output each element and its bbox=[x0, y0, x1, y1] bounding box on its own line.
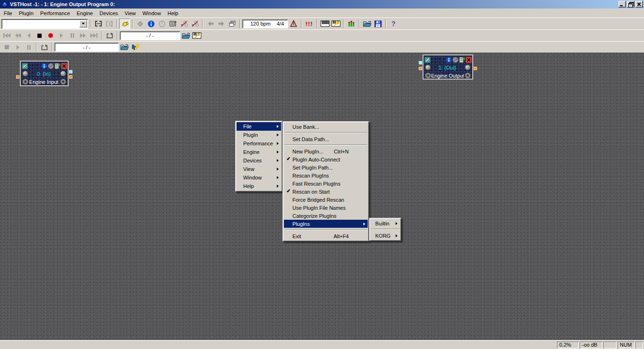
minimize-button[interactable] bbox=[618, 1, 626, 8]
loop-button[interactable] bbox=[104, 30, 115, 41]
menu-item-force-bridged-rescan[interactable]: Force Bridged Rescan bbox=[284, 196, 368, 204]
audio-setup-button[interactable] bbox=[130, 42, 141, 53]
speaker-knob[interactable] bbox=[60, 79, 66, 85]
wave-pause-button[interactable] bbox=[23, 42, 34, 53]
gauge-icon[interactable] bbox=[452, 57, 459, 63]
output-gain-knob[interactable] bbox=[60, 71, 66, 77]
save-file-button[interactable] bbox=[372, 18, 383, 29]
open-wave-file-button[interactable] bbox=[119, 42, 130, 53]
menu-item-use-plugin-file-names[interactable]: Use PlugIn File Names bbox=[284, 204, 368, 212]
context-item-performance[interactable]: Performance bbox=[237, 139, 281, 148]
menu-item-set-data-path[interactable]: Set Data Path... bbox=[284, 135, 368, 143]
list-insert-icon[interactable] bbox=[54, 63, 61, 69]
plugin-engine-input[interactable]: 0: {In} Engine Input bbox=[20, 61, 69, 86]
wave-play-button[interactable] bbox=[12, 42, 23, 53]
input-pin-orange[interactable] bbox=[16, 75, 19, 79]
input-gain-knob[interactable] bbox=[22, 71, 28, 77]
midi-setup-button[interactable] bbox=[191, 30, 202, 41]
speaker-knob[interactable] bbox=[22, 79, 28, 85]
chain-remove-button[interactable] bbox=[104, 18, 115, 29]
menu-item-builtin[interactable]: Builtin bbox=[371, 219, 400, 227]
wave-position-field[interactable]: - / - bbox=[54, 43, 119, 52]
menu-item-set-plugin-path[interactable]: Set PlugIn Path... bbox=[284, 163, 368, 171]
close-icon[interactable] bbox=[61, 63, 67, 69]
level-meter-button[interactable] bbox=[346, 18, 357, 29]
unplug-button[interactable] bbox=[178, 18, 189, 29]
context-item-devices[interactable]: Devices bbox=[237, 156, 281, 165]
chain-icon[interactable] bbox=[424, 57, 431, 63]
play-button[interactable] bbox=[56, 30, 67, 41]
speaker-knob[interactable] bbox=[465, 72, 471, 79]
info-icon[interactable] bbox=[41, 63, 47, 69]
chain-insert-button[interactable] bbox=[93, 18, 104, 29]
tempo-field[interactable]: 120 bpm 4/4 bbox=[242, 19, 288, 28]
context-item-file[interactable]: File bbox=[237, 122, 281, 131]
menu-item-use-bank[interactable]: Use Bank... bbox=[284, 123, 368, 131]
context-item-window[interactable]: Window bbox=[237, 173, 281, 182]
context-item-view[interactable]: View bbox=[237, 165, 281, 173]
info-icon[interactable] bbox=[446, 57, 452, 63]
skip-start-button[interactable] bbox=[1, 30, 12, 41]
output-pin-cyan[interactable] bbox=[69, 70, 72, 73]
menu-item-categorize-plugins[interactable]: Categorize PlugIns bbox=[284, 212, 368, 220]
menu-item-plugins[interactable]: PlugIns bbox=[284, 220, 368, 228]
info-button[interactable] bbox=[146, 18, 157, 29]
output-pin-orange[interactable] bbox=[474, 67, 477, 70]
menu-item-plugin-auto-connect[interactable]: PlugIn Auto-Connect bbox=[284, 155, 368, 163]
engine-position-field[interactable]: - / - bbox=[120, 31, 180, 40]
unplug-alt-button[interactable] bbox=[189, 18, 200, 29]
output-gain-knob[interactable] bbox=[465, 64, 471, 71]
context-item-plugin[interactable]: PlugIn bbox=[237, 131, 281, 139]
metronome-button[interactable] bbox=[288, 18, 299, 29]
plugin-engine-output[interactable]: 1: {Out} Engine Output bbox=[423, 54, 473, 80]
chain-icon[interactable] bbox=[22, 63, 28, 69]
input-pin-cyan[interactable] bbox=[419, 61, 422, 64]
workspace[interactable]: 0: {In} Engine Input bbox=[0, 53, 644, 340]
chevron-down-icon[interactable] bbox=[79, 20, 87, 27]
menu-performance[interactable]: Performance bbox=[37, 9, 73, 18]
menu-help[interactable]: Help bbox=[164, 9, 182, 18]
speaker-knob[interactable] bbox=[425, 72, 431, 79]
menu-devices[interactable]: Devices bbox=[96, 9, 121, 18]
back-button[interactable] bbox=[205, 18, 216, 29]
menu-item-rescan-on-start[interactable]: Rescan on Start bbox=[284, 188, 368, 196]
record-button[interactable] bbox=[45, 30, 56, 41]
fast-forward-button[interactable] bbox=[78, 30, 88, 41]
open-midi-file-button[interactable] bbox=[180, 30, 191, 41]
keyboard-button[interactable] bbox=[319, 18, 330, 29]
gauge-icon[interactable] bbox=[48, 63, 54, 69]
menu-plugin[interactable]: PlugIn bbox=[16, 9, 37, 18]
close-button[interactable] bbox=[635, 1, 643, 8]
input-gain-knob[interactable] bbox=[425, 64, 431, 71]
open-file-button[interactable] bbox=[362, 18, 372, 29]
restore-button[interactable] bbox=[627, 1, 635, 8]
menu-item-exit[interactable]: ExitAlt+F4 bbox=[284, 232, 368, 240]
menu-engine[interactable]: Engine bbox=[73, 9, 96, 18]
menu-item-fast-rescan-plugins[interactable]: Fast Rescan PlugIns bbox=[284, 179, 368, 188]
context-item-engine[interactable]: Engine bbox=[237, 148, 281, 156]
clock-button[interactable] bbox=[157, 18, 168, 29]
menu-item-korg[interactable]: KORG bbox=[371, 232, 400, 240]
menu-window[interactable]: Window bbox=[139, 9, 164, 18]
keyboard-setup-button[interactable] bbox=[330, 18, 341, 29]
wave-stop-button[interactable] bbox=[1, 42, 12, 53]
plugin-combobox[interactable] bbox=[1, 19, 88, 29]
duplicate-window-button[interactable] bbox=[227, 18, 238, 29]
output-pin-orange[interactable] bbox=[69, 75, 72, 79]
diamond-button[interactable] bbox=[135, 18, 146, 29]
forward-button[interactable] bbox=[216, 18, 227, 29]
new-plugin-button[interactable] bbox=[119, 18, 130, 29]
wave-loop-button[interactable] bbox=[39, 42, 50, 53]
menu-view[interactable]: View bbox=[121, 9, 139, 18]
pause-button[interactable] bbox=[67, 30, 78, 41]
panic-button[interactable]: !!! bbox=[304, 18, 315, 29]
menu-item-rescan-plugins[interactable]: Rescan PlugIns bbox=[284, 171, 368, 179]
stop-button[interactable] bbox=[34, 30, 45, 41]
input-pin-orange[interactable] bbox=[419, 67, 422, 70]
skip-end-button[interactable] bbox=[88, 30, 99, 41]
menu-item-new-plugin[interactable]: New PlugIn...Ctrl+N bbox=[284, 147, 368, 155]
close-icon[interactable] bbox=[466, 57, 472, 63]
rewind-button[interactable] bbox=[12, 30, 23, 41]
step-back-button[interactable] bbox=[23, 30, 34, 41]
context-item-help[interactable]: Help bbox=[237, 182, 281, 190]
